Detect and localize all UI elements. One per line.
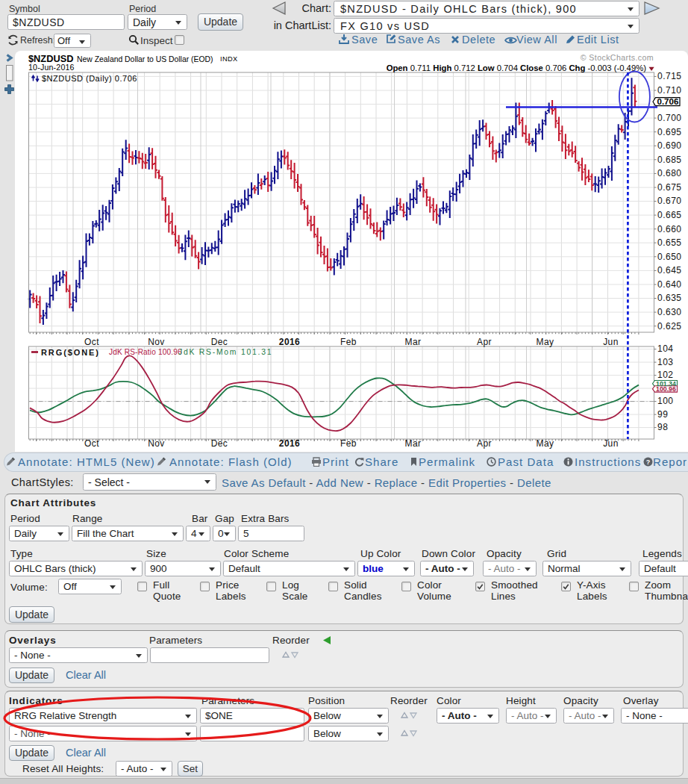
svg-text:0.706: 0.706 xyxy=(657,97,679,106)
svg-text:0.650: 0.650 xyxy=(657,252,682,262)
svg-text:Apr: Apr xyxy=(477,438,492,449)
svg-text:Nov: Nov xyxy=(148,337,165,347)
svg-text:May: May xyxy=(537,438,554,449)
svg-text:0.715: 0.715 xyxy=(657,71,682,81)
svg-text:104: 104 xyxy=(657,343,674,354)
svg-text:Feb: Feb xyxy=(340,337,357,347)
svg-text:Mar: Mar xyxy=(405,438,422,449)
svg-text:99: 99 xyxy=(657,409,668,420)
svg-text:0.700: 0.700 xyxy=(657,113,682,123)
svg-text:0.640: 0.640 xyxy=(657,279,682,290)
svg-text:0.660: 0.660 xyxy=(657,224,682,234)
svg-text:Nov: Nov xyxy=(148,438,165,449)
svg-text:0.645: 0.645 xyxy=(657,265,682,276)
svg-text:RRG($ONE): RRG($ONE) xyxy=(41,348,100,357)
svg-text:Jun: Jun xyxy=(603,438,619,449)
svg-text:?: ? xyxy=(646,458,651,466)
svg-text:Dec: Dec xyxy=(211,337,228,347)
svg-text:Dec: Dec xyxy=(211,438,228,449)
svg-text:0.630: 0.630 xyxy=(657,307,682,317)
svg-text:0.625: 0.625 xyxy=(657,321,682,332)
svg-text:© StockCharts.com: © StockCharts.com xyxy=(581,53,654,62)
svg-text:Oct: Oct xyxy=(84,438,99,449)
svg-text:0.635: 0.635 xyxy=(657,293,682,303)
svg-text:0.695: 0.695 xyxy=(657,127,682,137)
svg-text:May: May xyxy=(537,337,554,347)
svg-text:98: 98 xyxy=(657,422,668,432)
svg-text:JdK RS-Mom 101.31: JdK RS-Mom 101.31 xyxy=(178,348,272,356)
svg-text:0.690: 0.690 xyxy=(657,140,682,151)
svg-text:2016: 2016 xyxy=(279,337,300,347)
svg-text:INDX: INDX xyxy=(220,55,237,63)
svg-text:0.685: 0.685 xyxy=(657,155,682,165)
svg-text:Feb: Feb xyxy=(340,438,357,449)
svg-text:JdK RS-Ratio 100.96: JdK RS-Ratio 100.96 xyxy=(109,348,182,356)
svg-text:Open 0.711 High 0.712 Low 0.70: Open 0.711 High 0.712 Low 0.704 Close 0.… xyxy=(387,63,647,72)
svg-text:0.680: 0.680 xyxy=(657,168,682,178)
svg-text:0.655: 0.655 xyxy=(657,237,682,248)
svg-text:102: 102 xyxy=(657,370,674,380)
svg-text:0.675: 0.675 xyxy=(657,182,682,193)
svg-text:10-Jun-2016: 10-Jun-2016 xyxy=(28,63,75,72)
svg-text:Apr: Apr xyxy=(477,337,492,347)
svg-text:2016: 2016 xyxy=(279,438,300,449)
svg-text:New Zealand Dollar to US Dolla: New Zealand Dollar to US Dollar (EOD) xyxy=(77,55,213,63)
svg-text:Jun: Jun xyxy=(603,337,619,347)
svg-text:Oct: Oct xyxy=(84,337,99,347)
svg-text:100.96: 100.96 xyxy=(656,385,676,393)
svg-text:100: 100 xyxy=(657,396,674,406)
svg-text:103: 103 xyxy=(657,357,674,367)
svg-text:Mar: Mar xyxy=(405,337,422,347)
svg-text:0.670: 0.670 xyxy=(657,196,682,206)
svg-text:0.665: 0.665 xyxy=(657,210,682,220)
svg-text:$NZDUSD (Daily) 0.706: $NZDUSD (Daily) 0.706 xyxy=(42,74,137,83)
svg-text:0.710: 0.710 xyxy=(657,85,682,96)
